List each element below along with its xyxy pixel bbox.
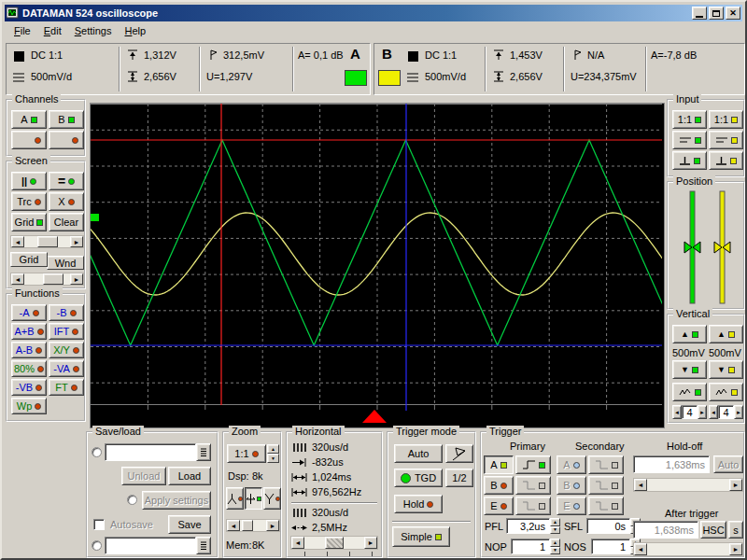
unload-button[interactable]: Unload	[121, 467, 166, 485]
maximize-button[interactable]	[709, 7, 724, 20]
tab-grid[interactable]: Grid	[10, 252, 48, 267]
hsc-button[interactable]: HSC	[700, 521, 726, 539]
apply-settings-button[interactable]: Apply settings	[142, 491, 211, 510]
pfl-spinner[interactable]: ▲▼	[550, 518, 560, 534]
tgd-indicator[interactable]: TGD	[394, 469, 443, 487]
scrollbar-thumb[interactable]	[37, 236, 58, 247]
spin-down-icon[interactable]: ▼	[550, 526, 560, 535]
zoom-out-button[interactable]	[226, 487, 244, 510]
function-wp-button[interactable]: Wp	[11, 398, 47, 414]
input-b-ground-button[interactable]	[709, 151, 743, 170]
scroll-left-icon[interactable]: ◄	[227, 520, 240, 531]
input-a-ground-button[interactable]	[672, 151, 707, 170]
file-dropdown-button[interactable]	[196, 537, 211, 554]
spin-down-icon[interactable]: ▼	[267, 454, 279, 463]
scrollbar-thumb[interactable]	[242, 520, 253, 531]
zoom-ratio-button[interactable]: 1:1	[227, 444, 266, 463]
scroll-right-icon[interactable]: ►	[70, 273, 83, 285]
function-xy-button[interactable]: X/Y	[49, 342, 84, 358]
scope-display[interactable]	[90, 103, 665, 428]
spin-up-icon[interactable]: ▲	[550, 539, 560, 547]
primary-e-button[interactable]: E	[484, 497, 514, 515]
input-b-ac-button[interactable]	[709, 131, 743, 149]
scroll-left-icon[interactable]: ◄	[634, 479, 647, 491]
function-ift-button[interactable]: IFT	[49, 323, 84, 340]
zoom-scrollbar[interactable]: ◄ ►	[226, 519, 280, 532]
scroll-right-icon[interactable]: ►	[70, 236, 83, 247]
function-ft-button[interactable]: FT	[49, 379, 84, 396]
function-minus-vb-button[interactable]: -VB	[11, 379, 47, 396]
after-trigger-scrollbar[interactable]: ◄ ►	[633, 542, 743, 556]
holdoff-scrollbar[interactable]: ◄ ►	[633, 478, 743, 492]
scrollbar-thumb[interactable]	[325, 537, 344, 549]
screen-scrollbar-2[interactable]: ◄ ►	[10, 273, 84, 286]
load-button[interactable]: Load	[168, 467, 211, 485]
auto-trigger-button[interactable]: Auto	[394, 444, 443, 463]
position-slider-a[interactable]	[684, 190, 702, 304]
clear-button[interactable]: Clear	[49, 213, 84, 231]
vertical-b-down-button[interactable]: ▼	[709, 360, 743, 379]
single-flag-button[interactable]	[445, 444, 473, 463]
close-button[interactable]: ✕	[726, 7, 740, 20]
function-minus-a-button[interactable]: -A	[11, 304, 47, 321]
function-minus-b-button[interactable]: -B	[49, 304, 84, 321]
secondary-e-edge-button[interactable]	[588, 497, 624, 515]
function-minus-va-button[interactable]: -VA	[49, 360, 84, 377]
nop-input[interactable]: 1	[511, 539, 550, 554]
secondary-a-button[interactable]: A	[557, 455, 586, 474]
x-button[interactable]: X	[49, 192, 84, 211]
average-button[interactable]: =	[49, 172, 84, 190]
menu-help[interactable]: Help	[119, 24, 151, 37]
primary-e-edge-button[interactable]	[515, 497, 551, 515]
vertical-b-div-down-button[interactable]: ◄	[709, 405, 718, 419]
channel-a-button[interactable]: A	[11, 110, 47, 129]
secondary-e-button[interactable]: E	[557, 497, 586, 515]
channel-b-button[interactable]: B	[49, 110, 84, 129]
screen-scrollbar-1[interactable]: ◄ ►	[10, 235, 84, 248]
vertical-a-div-up-button[interactable]: ►	[698, 405, 707, 419]
menu-file[interactable]: File	[8, 24, 36, 37]
pfl-input[interactable]: 3,2us	[506, 518, 550, 534]
spin-up-icon[interactable]: ▲	[550, 518, 560, 526]
menu-settings[interactable]: Settings	[69, 24, 118, 37]
secondary-b-edge-button[interactable]	[588, 476, 624, 495]
minimize-button[interactable]	[692, 7, 707, 20]
half-level-button[interactable]: 1/2	[445, 469, 473, 487]
channel-a2-button[interactable]	[11, 131, 47, 149]
zoom-spinner[interactable]: ▲ ▼	[267, 444, 279, 463]
holdoff-auto-button[interactable]: Auto	[713, 455, 743, 473]
vertical-a-up-button[interactable]: ▲	[672, 325, 707, 343]
autosave-checkbox[interactable]	[93, 519, 105, 530]
primary-a-edge-button[interactable]	[515, 455, 551, 474]
zoom-in-button[interactable]	[263, 487, 281, 510]
trc-button[interactable]: Trc	[11, 192, 47, 211]
spin-down-icon[interactable]: ▼	[550, 547, 560, 555]
grid-button[interactable]: Grid	[11, 213, 47, 231]
scroll-right-icon[interactable]: ►	[729, 479, 742, 491]
input-a-ac-button[interactable]	[672, 131, 707, 149]
title-bar[interactable]: DATAMAN 524 oscilloscope ✕	[5, 5, 742, 21]
seconds-button[interactable]: s	[728, 521, 743, 539]
secondary-b-button[interactable]: B	[557, 476, 586, 495]
pause-button[interactable]: ||	[11, 172, 47, 190]
function-80pct-button[interactable]: 80%	[11, 360, 47, 377]
file-dropdown-button[interactable]	[196, 443, 211, 461]
input-b-1to1-button[interactable]: 1:1	[709, 110, 743, 129]
save-button[interactable]: Save	[168, 515, 211, 534]
vertical-b-noise-button[interactable]	[709, 383, 743, 401]
vertical-a-noise-button[interactable]	[672, 383, 707, 401]
primary-b-edge-button[interactable]	[515, 476, 551, 495]
simple-mode-button[interactable]: Simple	[392, 526, 450, 547]
scroll-left-icon[interactable]: ◄	[634, 543, 647, 555]
position-slider-b[interactable]	[713, 190, 732, 304]
after-trigger-input[interactable]: 1,638ms	[633, 521, 698, 539]
spin-up-icon[interactable]: ▲	[267, 444, 279, 454]
holdoff-input[interactable]: 1,638ms	[633, 455, 710, 473]
scroll-left-icon[interactable]: ◄	[11, 236, 24, 247]
zoom-normal-button[interactable]	[245, 487, 262, 510]
scroll-right-icon[interactable]: ►	[364, 537, 377, 549]
vertical-a-down-button[interactable]: ▼	[672, 360, 707, 379]
hold-button[interactable]: Hold	[394, 495, 443, 513]
input-a-1to1-button[interactable]: 1:1	[672, 110, 707, 129]
scrollbar-thumb[interactable]	[43, 273, 63, 285]
